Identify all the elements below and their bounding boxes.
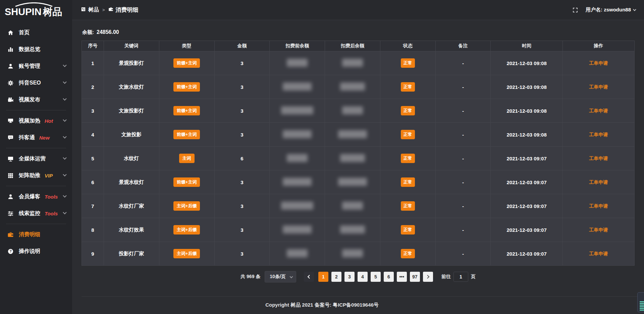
page-button-5[interactable]: 5 [371, 272, 381, 282]
sidebar-item-matrix-boost[interactable]: 矩阵助推 VIP [0, 167, 72, 184]
sidebar-item-douyin-seo[interactable]: 抖音SEO [0, 74, 72, 91]
cell-remark: - [435, 170, 491, 194]
type-badge: 主词+后缀 [173, 249, 200, 258]
cell-status: 正常 [380, 242, 435, 266]
cell-index: 5 [82, 147, 104, 170]
chevron-down-icon [63, 173, 66, 176]
page-button-97[interactable]: 97 [410, 272, 420, 282]
redacted-balance-after [342, 249, 363, 257]
cell-remark: - [435, 147, 491, 170]
table-row: 8 水纹灯效果 主词+后缀 3 正常 - 2021-12-03 09:07 工单… [82, 218, 635, 242]
fullscreen-icon[interactable] [572, 7, 578, 13]
floating-widget[interactable] [637, 292, 644, 312]
status-badge: 正常 [401, 58, 415, 68]
redacted-balance-after [342, 106, 363, 114]
cell-keyword: 景观投影灯 [104, 51, 159, 75]
work-order-link[interactable]: 工单申请 [589, 132, 608, 137]
sidebar-item-label: 抖客通 [19, 134, 35, 141]
type-badge: 前缀+主词 [173, 106, 200, 115]
work-order-link[interactable]: 工单申请 [589, 227, 608, 232]
page-button-•••[interactable]: ••• [397, 272, 407, 282]
app-logo: SHUPIN树品 [0, 0, 72, 21]
cell-type: 主词+后缀 [159, 194, 214, 218]
work-order-link[interactable]: 工单申请 [589, 108, 608, 113]
balance-row: 余额: 24856.00 [82, 29, 634, 36]
work-order-link[interactable]: 工单申请 [589, 203, 608, 209]
cell-time: 2021-12-03 09:07 [491, 147, 562, 170]
cell-index: 7 [82, 194, 104, 218]
sidebar-item-video-publish[interactable]: 视频发布 [0, 91, 72, 108]
sidebar-item-account-management[interactable]: 账号管理 [0, 58, 72, 74]
sidebar-item-consumption-detail[interactable]: 消费明细 [0, 226, 72, 243]
cell-index: 8 [82, 218, 104, 242]
cell-type: 主词+后缀 [159, 218, 214, 242]
redacted-balance-before [283, 130, 312, 138]
table-header-cell: 备注 [435, 41, 491, 51]
balance-value: 24856.00 [97, 29, 119, 35]
redacted-balance-before [283, 225, 312, 233]
sidebar-item-omnimedia-operation[interactable]: 全媒体运营 [0, 150, 72, 167]
cell-amount: 3 [214, 99, 270, 123]
page-button-2[interactable]: 2 [331, 272, 341, 282]
sidebar-item-operation-guide[interactable]: ? 操作说明 [0, 243, 72, 260]
menu-sliders [7, 210, 14, 217]
work-order-link[interactable]: 工单申请 [589, 84, 608, 90]
cell-time: 2021-12-03 09:07 [491, 218, 562, 242]
redacted-balance-after [342, 59, 363, 67]
cell-action: 工单申请 [562, 194, 634, 218]
table-header-cell: 序号 [82, 41, 104, 51]
page-button-1[interactable]: 1 [318, 272, 328, 282]
work-order-link[interactable]: 工单申请 [589, 179, 608, 185]
cell-action: 工单申请 [562, 99, 634, 123]
cell-balance-after [325, 194, 380, 218]
chevron-down-icon [63, 97, 66, 101]
breadcrumb-item-shupin[interactable]: 树品 [81, 6, 99, 13]
cell-index: 4 [82, 123, 104, 147]
cell-remark: - [435, 194, 491, 218]
chevron-left-icon [308, 275, 311, 278]
menu-user [7, 63, 14, 69]
menu-divider [6, 148, 66, 148]
sidebar-menu: 首页 数据总览 账号管理 抖音SEO [0, 21, 72, 260]
cell-action: 工单申请 [562, 147, 634, 170]
pagination-goto: 前往 页 [441, 272, 476, 282]
cell-keyword: 文旅投影灯 [104, 99, 159, 123]
goto-page-input[interactable] [453, 272, 468, 282]
cell-time: 2021-12-03 09:08 [491, 51, 562, 75]
sidebar-item-member-baoke[interactable]: 会员爆客 Tools [0, 188, 72, 205]
cell-type: 主词 [159, 147, 214, 170]
sidebar-item-home[interactable]: 首页 [0, 24, 72, 41]
chevron-right-icon [426, 275, 429, 278]
sidebar-item-label: 消费明细 [19, 231, 40, 238]
work-order-link[interactable]: 工单申请 [589, 251, 608, 256]
chevron-down-icon [63, 211, 66, 214]
user-dropdown[interactable]: 用户名: zswodun88 [586, 7, 635, 13]
cell-balance-before [270, 242, 325, 266]
cell-balance-before [270, 51, 325, 75]
page-button-6[interactable]: 6 [384, 272, 394, 282]
next-page-button[interactable] [423, 272, 433, 282]
username-text: 用户名: zswodun88 [586, 7, 631, 13]
table-row: 1 景观投影灯 前缀+主词 3 正常 - 2021-12-03 09:08 工单… [82, 51, 635, 75]
page-size-select[interactable]: 10条/页 [265, 271, 296, 282]
sidebar-item-label: 视频发布 [19, 96, 40, 103]
sidebar-item-video-heating[interactable]: 视频加热 Hot [0, 112, 72, 129]
menu-display [7, 118, 14, 124]
work-order-link[interactable]: 工单申请 [589, 156, 608, 161]
cell-time: 2021-12-03 09:07 [491, 170, 562, 194]
redacted-balance-before [281, 106, 313, 114]
breadcrumb-item-consumption[interactable]: 消费明细 [108, 6, 139, 14]
page-button-4[interactable]: 4 [358, 272, 368, 282]
status-badge: 正常 [401, 201, 415, 211]
menu-divider [6, 224, 66, 224]
work-order-link[interactable]: 工单申请 [589, 60, 608, 66]
sidebar-item-data-overview[interactable]: 数据总览 [0, 41, 72, 58]
sidebar-item-douketong[interactable]: 抖客通 New [0, 129, 72, 146]
page-button-3[interactable]: 3 [344, 272, 355, 282]
sidebar-item-clue-monitor[interactable]: 线索监控 Tools [0, 205, 72, 222]
cell-keyword: 景观水纹灯 [104, 170, 159, 194]
prev-page-button[interactable] [304, 272, 314, 282]
cell-time: 2021-12-03 09:07 [491, 194, 562, 218]
cell-balance-before [270, 170, 325, 194]
cell-action: 工单申请 [562, 123, 634, 147]
